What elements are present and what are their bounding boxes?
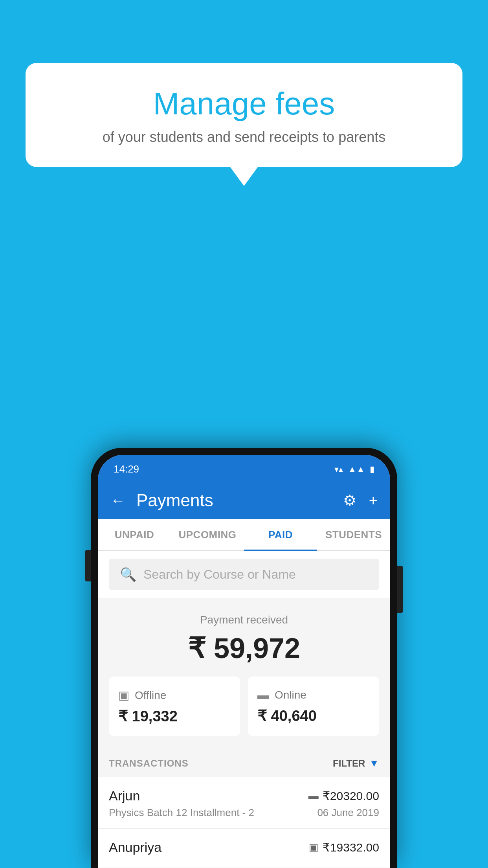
tab-students[interactable]: STUDENTS xyxy=(317,519,390,550)
online-amount: ₹ 40,640 xyxy=(257,707,370,725)
transaction-top: Arjun ▬ ₹20320.00 xyxy=(109,788,379,804)
transaction-bottom: Physics Batch 12 Installment - 2 06 June… xyxy=(109,807,379,819)
payment-received-section: Payment received ₹ 59,972 xyxy=(98,598,390,677)
offline-card: ▣ Offline ₹ 19,332 xyxy=(109,677,240,736)
transaction-date: 06 June 2019 xyxy=(317,807,379,819)
payment-received-label: Payment received xyxy=(109,614,379,626)
tab-upcoming[interactable]: UPCOMING xyxy=(171,519,244,550)
add-icon[interactable]: + xyxy=(369,492,378,509)
search-icon: 🔍 xyxy=(120,566,136,582)
online-card-header: ▬ Online xyxy=(257,688,370,702)
online-label: Online xyxy=(275,689,306,701)
payment-received-amount: ₹ 59,972 xyxy=(109,632,379,665)
filter-label: FILTER xyxy=(333,758,365,769)
transaction-amount-row: ▬ ₹20320.00 xyxy=(308,789,379,803)
tab-unpaid[interactable]: UNPAID xyxy=(98,519,171,550)
bubble-title: Manage fees xyxy=(57,86,431,121)
payment-cards: ▣ Offline ₹ 19,332 ▬ Online ₹ 40,640 xyxy=(98,677,390,747)
transactions-header: TRANSACTIONS FILTER ▼ xyxy=(98,747,390,777)
status-time: 14:29 xyxy=(114,463,139,475)
filter-icon: ▼ xyxy=(369,757,379,769)
status-bar: 14:29 ▾▴ ▲▲ ▮ xyxy=(98,455,390,482)
transaction-amount-row-2: ▣ ₹19332.00 xyxy=(309,840,379,854)
settings-icon[interactable]: ⚙ xyxy=(343,492,356,509)
online-card: ▬ Online ₹ 40,640 xyxy=(248,677,379,736)
online-icon: ▬ xyxy=(257,688,269,702)
transaction-course: Physics Batch 12 Installment - 2 xyxy=(109,807,254,819)
offline-amount: ₹ 19,332 xyxy=(118,708,231,725)
search-input[interactable]: Search by Course or Name xyxy=(143,567,296,582)
online-payment-icon: ▬ xyxy=(308,790,319,802)
main-content: 🔍 Search by Course or Name Payment recei… xyxy=(98,551,390,868)
tabs: UNPAID UPCOMING PAID STUDENTS xyxy=(98,519,390,551)
app-bar: ← Payments ⚙ + xyxy=(98,482,390,519)
phone-frame: 14:29 ▾▴ ▲▲ ▮ ← Payments ⚙ + UNPAID xyxy=(91,448,397,868)
offline-payment-icon: ▣ xyxy=(309,841,319,853)
app-title: Payments xyxy=(136,491,343,510)
transaction-amount: ₹20320.00 xyxy=(323,789,379,803)
filter-button[interactable]: FILTER ▼ xyxy=(333,757,379,769)
transactions-label: TRANSACTIONS xyxy=(109,758,189,769)
offline-label: Offline xyxy=(135,689,166,702)
phone-screen: 14:29 ▾▴ ▲▲ ▮ ← Payments ⚙ + UNPAID xyxy=(98,455,390,868)
app-bar-icons: ⚙ + xyxy=(343,492,378,509)
signal-icon: ▲▲ xyxy=(348,464,365,474)
status-icons: ▾▴ ▲▲ ▮ xyxy=(334,464,374,474)
offline-card-header: ▣ Offline xyxy=(118,688,231,702)
offline-icon: ▣ xyxy=(118,688,129,702)
transaction-amount-2: ₹19332.00 xyxy=(323,840,379,854)
speech-bubble: Manage fees of your students and send re… xyxy=(26,63,462,167)
transaction-name: Arjun xyxy=(109,788,140,804)
back-button[interactable]: ← xyxy=(110,493,125,508)
bubble-subtitle: of your students and send receipts to pa… xyxy=(57,129,431,145)
transaction-row-arjun[interactable]: Arjun ▬ ₹20320.00 Physics Batch 12 Insta… xyxy=(98,777,390,829)
search-container: 🔍 Search by Course or Name xyxy=(98,551,390,598)
transaction-top-2: Anupriya ▣ ₹19332.00 xyxy=(109,840,379,855)
wifi-icon: ▾▴ xyxy=(334,464,343,474)
transaction-row-anupriya[interactable]: Anupriya ▣ ₹19332.00 xyxy=(98,829,390,868)
phone-wrapper: 14:29 ▾▴ ▲▲ ▮ ← Payments ⚙ + UNPAID xyxy=(91,448,397,868)
speech-bubble-container: Manage fees of your students and send re… xyxy=(26,63,462,167)
tab-paid[interactable]: PAID xyxy=(244,519,317,550)
transaction-name-2: Anupriya xyxy=(109,840,161,855)
battery-icon: ▮ xyxy=(370,464,374,474)
search-box[interactable]: 🔍 Search by Course or Name xyxy=(109,559,379,590)
